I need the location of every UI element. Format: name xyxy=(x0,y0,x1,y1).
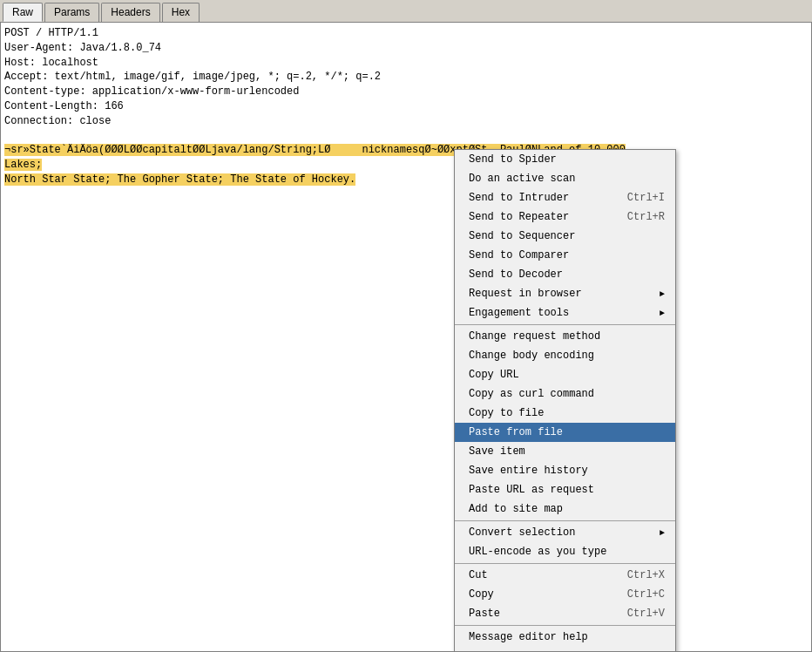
arrow-request-browser: ► xyxy=(660,289,665,299)
menu-engagement-tools[interactable]: Engagement tools► xyxy=(455,303,675,323)
editor-content: POST / HTTP/1.1 User-Agent: Java/1.8.0_7… xyxy=(4,26,808,187)
menu-paste-from-file[interactable]: Paste from file xyxy=(455,423,675,442)
tab-headers[interactable]: Headers xyxy=(101,3,159,22)
separator-3 xyxy=(455,563,675,564)
shortcut-copy: Ctrl+C xyxy=(627,588,665,601)
menu-burp-repeater-help[interactable]: Burp Repeater help xyxy=(455,647,675,652)
menu-message-editor-help[interactable]: Message editor help xyxy=(455,628,675,647)
menu-change-request-method[interactable]: Change request method xyxy=(455,327,675,346)
main-container: Raw Params Headers Hex POST / HTTP/1.1 U… xyxy=(0,0,812,652)
menu-request-browser[interactable]: Request in browser► xyxy=(455,284,675,303)
highlighted-line2: Lakes; xyxy=(4,159,42,171)
shortcut-intruder: Ctrl+I xyxy=(627,192,665,204)
tab-raw[interactable]: Raw xyxy=(3,3,43,22)
arrow-engagement-tools: ► xyxy=(660,309,665,318)
menu-paste-url-as-request[interactable]: Paste URL as request xyxy=(455,480,675,499)
highlighted-line3: North Star State; The Gopher State; The … xyxy=(4,173,355,186)
arrow-convert-selection: ► xyxy=(660,528,665,538)
menu-cut[interactable]: CutCtrl+X xyxy=(455,566,675,585)
shortcut-repeater: Ctrl+R xyxy=(627,211,665,223)
shortcut-cut: Ctrl+X xyxy=(627,569,665,581)
context-menu: Send to Spider Do an active scan Send to… xyxy=(454,149,676,652)
menu-change-body-encoding[interactable]: Change body encoding xyxy=(455,346,675,365)
menu-send-repeater[interactable]: Send to RepeaterCtrl+R xyxy=(455,207,675,227)
menu-active-scan[interactable]: Do an active scan xyxy=(455,169,675,188)
menu-copy[interactable]: CopyCtrl+C xyxy=(455,585,675,604)
separator-2 xyxy=(455,520,675,521)
menu-copy-url[interactable]: Copy URL xyxy=(455,365,675,384)
menu-send-intruder[interactable]: Send to IntruderCtrl+I xyxy=(455,188,675,207)
tab-params[interactable]: Params xyxy=(44,3,99,22)
menu-save-entire-history[interactable]: Save entire history xyxy=(455,461,675,480)
separator-1 xyxy=(455,324,675,325)
menu-send-decoder[interactable]: Send to Decoder xyxy=(455,265,675,284)
menu-send-sequencer[interactable]: Send to Sequencer xyxy=(455,227,675,246)
menu-convert-selection[interactable]: Convert selection► xyxy=(455,523,675,542)
menu-url-encode[interactable]: URL-encode as you type xyxy=(455,542,675,561)
menu-add-to-site-map[interactable]: Add to site map xyxy=(455,499,675,519)
editor-area[interactable]: POST / HTTP/1.1 User-Agent: Java/1.8.0_7… xyxy=(0,22,812,652)
menu-send-comparer[interactable]: Send to Comparer xyxy=(455,246,675,265)
menu-copy-as-curl[interactable]: Copy as curl command xyxy=(455,384,675,404)
menu-send-to-spider[interactable]: Send to Spider xyxy=(455,150,675,169)
separator-4 xyxy=(455,625,675,626)
tab-bar: Raw Params Headers Hex xyxy=(0,0,812,22)
menu-paste[interactable]: PasteCtrl+V xyxy=(455,604,675,623)
tab-hex[interactable]: Hex xyxy=(162,3,200,22)
menu-copy-to-file[interactable]: Copy to file xyxy=(455,404,675,423)
menu-save-item[interactable]: Save item xyxy=(455,442,675,461)
shortcut-paste: Ctrl+V xyxy=(627,608,665,620)
